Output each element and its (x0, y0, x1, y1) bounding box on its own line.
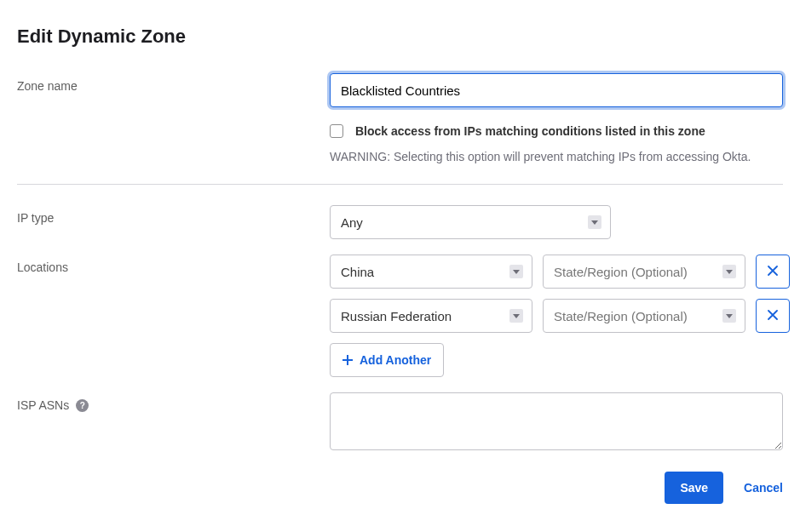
ip-type-select[interactable]: Any (330, 205, 611, 239)
plus-icon (342, 355, 353, 365)
locations-label: Locations (17, 255, 330, 274)
zone-name-label: Zone name (17, 73, 330, 93)
isp-asns-label: ISP ASNs (17, 398, 69, 412)
divider (17, 184, 783, 185)
add-another-label: Add Another (360, 353, 431, 367)
country-value: China (341, 265, 374, 279)
region-select[interactable]: State/Region (Optional) (543, 299, 745, 333)
chevron-down-icon (722, 309, 736, 323)
country-select[interactable]: China (330, 255, 532, 289)
close-icon (768, 265, 778, 278)
block-access-checkbox[interactable] (330, 124, 343, 138)
isp-asns-textarea[interactable] (330, 392, 783, 450)
ip-type-value: Any (341, 215, 363, 230)
region-select[interactable]: State/Region (Optional) (543, 255, 745, 289)
add-another-button[interactable]: Add Another (330, 343, 444, 377)
help-icon[interactable]: ? (76, 399, 89, 412)
block-access-label: Block access from IPs matching condition… (355, 124, 705, 138)
country-select[interactable]: Russian Federation (330, 299, 532, 333)
page-title: Edit Dynamic Zone (17, 26, 783, 48)
chevron-down-icon (588, 215, 601, 229)
warning-text: WARNING: Selecting this option will prev… (330, 150, 783, 163)
cancel-button[interactable]: Cancel (744, 481, 783, 495)
close-icon (768, 309, 778, 323)
chevron-down-icon (509, 309, 523, 323)
region-placeholder: State/Region (Optional) (554, 265, 688, 279)
chevron-down-icon (509, 265, 523, 278)
chevron-down-icon (722, 265, 736, 278)
remove-location-button[interactable] (756, 299, 790, 333)
save-button[interactable]: Save (665, 472, 723, 504)
ip-type-label: IP type (17, 205, 330, 225)
region-placeholder: State/Region (Optional) (554, 309, 688, 323)
location-row: Russian FederationState/Region (Optional… (330, 299, 783, 333)
country-value: Russian Federation (341, 309, 452, 323)
remove-location-button[interactable] (756, 255, 790, 289)
zone-name-input[interactable] (330, 73, 783, 107)
location-row: ChinaState/Region (Optional) (330, 255, 783, 289)
